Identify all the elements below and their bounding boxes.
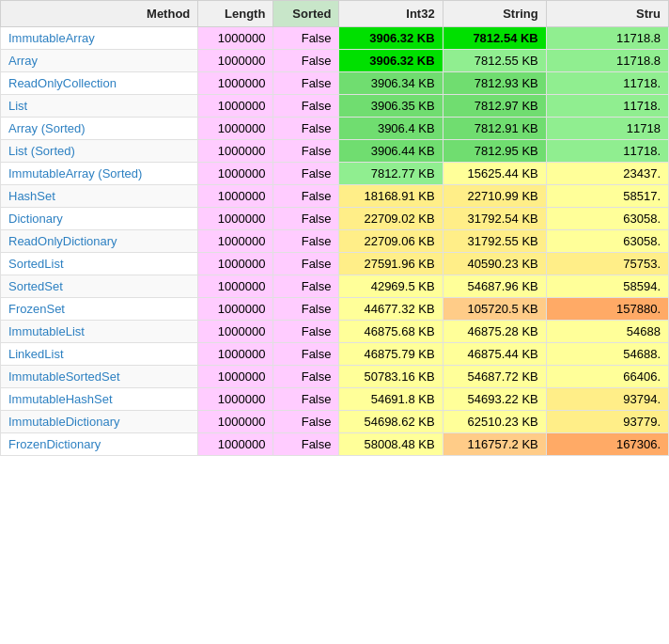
cell-int32: 3906.44 KB — [339, 140, 443, 163]
method-link[interactable]: Array — [8, 54, 38, 68]
cell-int32: 46875.68 KB — [339, 321, 443, 343]
cell-int32: 3906.32 KB — [339, 50, 443, 72]
table-row: Array1000000False3906.32 KB7812.55 KB117… — [1, 50, 669, 72]
cell-length: 1000000 — [198, 343, 273, 366]
cell-length: 1000000 — [198, 253, 273, 275]
cell-method[interactable]: ImmutableList — [1, 321, 198, 343]
cell-string: 46875.44 KB — [443, 343, 546, 366]
cell-int32: 7812.77 KB — [339, 163, 443, 185]
header-int32: Int32 — [339, 1, 443, 27]
method-link[interactable]: List (Sorted) — [8, 144, 75, 158]
cell-string: 22710.99 KB — [443, 185, 546, 208]
cell-string: 46875.28 KB — [443, 321, 546, 343]
cell-method[interactable]: ImmutableDictionary — [1, 411, 198, 433]
cell-int32: 3906.32 KB — [339, 27, 443, 50]
cell-sorted: False — [273, 163, 339, 185]
method-link[interactable]: ImmutableArray — [8, 31, 95, 45]
header-method: Method — [1, 1, 198, 27]
cell-struct: 11718 — [546, 118, 668, 140]
cell-string: 40590.23 KB — [443, 253, 546, 275]
method-link[interactable]: List — [8, 99, 27, 113]
cell-sorted: False — [273, 140, 339, 163]
cell-length: 1000000 — [198, 72, 273, 95]
cell-sorted: False — [273, 230, 339, 253]
method-link[interactable]: ImmutableHashSet — [8, 392, 113, 406]
cell-string: 7812.95 KB — [443, 140, 546, 163]
cell-length: 1000000 — [198, 50, 273, 72]
method-link[interactable]: ImmutableArray (Sorted) — [8, 166, 142, 181]
cell-method[interactable]: ImmutableHashSet — [1, 388, 198, 411]
cell-length: 1000000 — [198, 230, 273, 253]
cell-method[interactable]: HashSet — [1, 185, 198, 208]
cell-struct: 93779. — [546, 411, 668, 433]
cell-method[interactable]: ReadOnlyCollection — [1, 72, 198, 95]
method-link[interactable]: ReadOnlyCollection — [8, 76, 117, 90]
cell-method[interactable]: Dictionary — [1, 208, 198, 230]
cell-struct: 58594. — [546, 275, 668, 298]
cell-struct: 11718.8 — [546, 50, 668, 72]
cell-int32: 46875.79 KB — [339, 343, 443, 366]
cell-string: 7812.91 KB — [443, 118, 546, 140]
cell-string: 31792.55 KB — [443, 230, 546, 253]
method-link[interactable]: ImmutableList — [8, 324, 85, 338]
cell-sorted: False — [273, 275, 339, 298]
cell-method[interactable]: List (Sorted) — [1, 140, 198, 163]
table-row: SortedList1000000False27591.96 KB40590.2… — [1, 253, 669, 275]
cell-int32: 3906.34 KB — [339, 72, 443, 95]
cell-method[interactable]: LinkedList — [1, 343, 198, 366]
cell-length: 1000000 — [198, 298, 273, 321]
cell-method[interactable]: FrozenDictionary — [1, 433, 198, 456]
cell-int32: 58008.48 KB — [339, 433, 443, 456]
cell-method[interactable]: SortedList — [1, 253, 198, 275]
table-row: SortedSet1000000False42969.5 KB54687.96 … — [1, 275, 669, 298]
cell-method[interactable]: ImmutableArray — [1, 27, 198, 50]
cell-int32: 18168.91 KB — [339, 185, 443, 208]
header-length: Length — [198, 1, 273, 27]
cell-method[interactable]: SortedSet — [1, 275, 198, 298]
cell-length: 1000000 — [198, 433, 273, 456]
method-link[interactable]: ImmutableSortedSet — [8, 369, 120, 384]
cell-method[interactable]: ImmutableSortedSet — [1, 366, 198, 388]
table-row: ImmutableHashSet1000000False54691.8 KB54… — [1, 388, 669, 411]
cell-method[interactable]: ReadOnlyDictionary — [1, 230, 198, 253]
method-link[interactable]: ReadOnlyDictionary — [8, 234, 117, 248]
cell-length: 1000000 — [198, 140, 273, 163]
table-row: List1000000False3906.35 KB7812.97 KB1171… — [1, 95, 669, 118]
cell-struct: 54688 — [546, 321, 668, 343]
cell-int32: 3906.4 KB — [339, 118, 443, 140]
method-link[interactable]: LinkedList — [8, 347, 64, 361]
cell-struct: 75753. — [546, 253, 668, 275]
method-link[interactable]: Array (Sorted) — [8, 121, 86, 135]
cell-length: 1000000 — [198, 185, 273, 208]
method-link[interactable]: Dictionary — [8, 212, 63, 226]
cell-sorted: False — [273, 321, 339, 343]
cell-method[interactable]: Array (Sorted) — [1, 118, 198, 140]
cell-sorted: False — [273, 253, 339, 275]
cell-sorted: False — [273, 208, 339, 230]
cell-int32: 27591.96 KB — [339, 253, 443, 275]
cell-struct: 11718. — [546, 140, 668, 163]
cell-method[interactable]: FrozenSet — [1, 298, 198, 321]
method-link[interactable]: FrozenSet — [8, 302, 65, 316]
table-row: HashSet1000000False18168.91 KB22710.99 K… — [1, 185, 669, 208]
table-row: ImmutableSortedSet1000000False50783.16 K… — [1, 366, 669, 388]
table-row: ImmutableDictionary1000000False54698.62 … — [1, 411, 669, 433]
header-string: String — [443, 1, 546, 27]
cell-method[interactable]: ImmutableArray (Sorted) — [1, 163, 198, 185]
method-link[interactable]: SortedSet — [8, 279, 63, 293]
cell-string: 54693.22 KB — [443, 388, 546, 411]
cell-struct: 54688. — [546, 343, 668, 366]
method-link[interactable]: HashSet — [8, 189, 55, 203]
cell-string: 54687.96 KB — [443, 275, 546, 298]
cell-sorted: False — [273, 185, 339, 208]
table-row: FrozenSet1000000False44677.32 KB105720.5… — [1, 298, 669, 321]
method-link[interactable]: FrozenDictionary — [8, 437, 101, 451]
method-link[interactable]: ImmutableDictionary — [8, 415, 120, 429]
cell-struct: 157880. — [546, 298, 668, 321]
cell-sorted: False — [273, 388, 339, 411]
cell-method[interactable]: Array — [1, 50, 198, 72]
cell-int32: 22709.06 KB — [339, 230, 443, 253]
method-link[interactable]: SortedList — [8, 257, 64, 271]
cell-method[interactable]: List — [1, 95, 198, 118]
cell-sorted: False — [273, 95, 339, 118]
